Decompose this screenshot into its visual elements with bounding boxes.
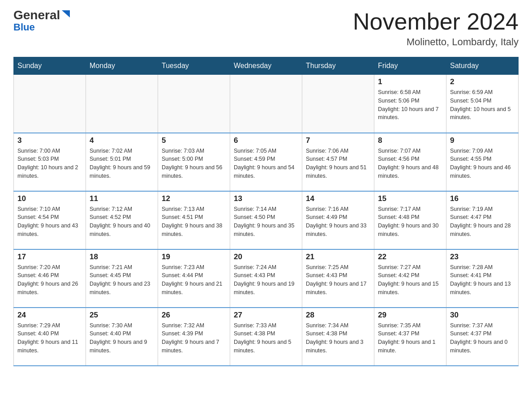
header-friday: Friday — [374, 57, 446, 75]
day-info: Sunrise: 7:27 AMSunset: 4:42 PMDaylight:… — [378, 263, 442, 297]
page-header: General Blue November 2024 Molinetto, Lo… — [13, 9, 519, 48]
calendar-cell: 11Sunrise: 7:12 AMSunset: 4:52 PMDayligh… — [86, 191, 158, 249]
day-number: 26 — [162, 311, 226, 320]
header-thursday: Thursday — [302, 57, 374, 75]
calendar-cell: 27Sunrise: 7:33 AMSunset: 4:38 PMDayligh… — [230, 308, 302, 366]
day-number: 21 — [306, 253, 370, 261]
calendar-cell: 4Sunrise: 7:02 AMSunset: 5:01 PMDaylight… — [86, 133, 158, 191]
location-title: Molinetto, Lombardy, Italy — [353, 36, 519, 48]
calendar-cell: 15Sunrise: 7:17 AMSunset: 4:48 PMDayligh… — [374, 191, 446, 249]
day-number: 17 — [17, 253, 82, 261]
day-info: Sunrise: 7:12 AMSunset: 4:52 PMDaylight:… — [90, 205, 154, 239]
calendar-cell: 28Sunrise: 7:34 AMSunset: 4:38 PMDayligh… — [302, 308, 374, 366]
calendar-cell: 9Sunrise: 7:09 AMSunset: 4:55 PMDaylight… — [446, 133, 519, 191]
day-info: Sunrise: 7:17 AMSunset: 4:48 PMDaylight:… — [378, 205, 442, 239]
calendar-cell: 29Sunrise: 7:35 AMSunset: 4:37 PMDayligh… — [374, 308, 446, 366]
header-monday: Monday — [86, 57, 158, 75]
day-info: Sunrise: 7:30 AMSunset: 4:40 PMDaylight:… — [90, 321, 154, 355]
calendar-cell: 18Sunrise: 7:21 AMSunset: 4:45 PMDayligh… — [86, 249, 158, 308]
day-info: Sunrise: 7:09 AMSunset: 4:55 PMDaylight:… — [450, 147, 515, 180]
day-info: Sunrise: 7:02 AMSunset: 5:01 PMDaylight:… — [90, 147, 154, 180]
calendar-cell: 26Sunrise: 7:32 AMSunset: 4:39 PMDayligh… — [158, 308, 230, 366]
logo-arrow-icon — [61, 9, 71, 19]
day-info: Sunrise: 7:37 AMSunset: 4:37 PMDaylight:… — [450, 321, 515, 355]
day-info: Sunrise: 6:59 AMSunset: 5:04 PMDaylight:… — [450, 88, 515, 122]
day-info: Sunrise: 7:05 AMSunset: 4:59 PMDaylight:… — [234, 147, 298, 180]
day-number: 29 — [378, 311, 442, 320]
day-info: Sunrise: 7:13 AMSunset: 4:51 PMDaylight:… — [162, 205, 226, 239]
day-number: 12 — [162, 194, 226, 203]
calendar-cell: 1Sunrise: 6:58 AMSunset: 5:06 PMDaylight… — [374, 75, 446, 133]
day-info: Sunrise: 7:35 AMSunset: 4:37 PMDaylight:… — [378, 321, 442, 355]
day-number: 4 — [90, 136, 154, 145]
day-info: Sunrise: 7:21 AMSunset: 4:45 PMDaylight:… — [90, 263, 154, 297]
day-number: 16 — [450, 194, 515, 203]
calendar-cell: 12Sunrise: 7:13 AMSunset: 4:51 PMDayligh… — [158, 191, 230, 249]
day-info: Sunrise: 7:06 AMSunset: 4:57 PMDaylight:… — [306, 147, 370, 180]
calendar-cell: 2Sunrise: 6:59 AMSunset: 5:04 PMDaylight… — [446, 75, 519, 133]
day-number: 27 — [234, 311, 298, 320]
day-number: 30 — [450, 311, 515, 320]
calendar-cell — [302, 75, 374, 133]
calendar-cell: 13Sunrise: 7:14 AMSunset: 4:50 PMDayligh… — [230, 191, 302, 249]
day-number: 13 — [234, 194, 298, 203]
logo-blue-text: Blue — [13, 21, 35, 33]
day-info: Sunrise: 7:20 AMSunset: 4:46 PMDaylight:… — [17, 263, 82, 297]
week-row-2: 3Sunrise: 7:00 AMSunset: 5:03 PMDaylight… — [14, 133, 519, 191]
calendar-cell: 6Sunrise: 7:05 AMSunset: 4:59 PMDaylight… — [230, 133, 302, 191]
header-tuesday: Tuesday — [158, 57, 230, 75]
day-info: Sunrise: 7:00 AMSunset: 5:03 PMDaylight:… — [17, 147, 82, 180]
calendar-cell: 24Sunrise: 7:29 AMSunset: 4:40 PMDayligh… — [14, 308, 86, 366]
week-row-3: 10Sunrise: 7:10 AMSunset: 4:54 PMDayligh… — [14, 191, 519, 249]
day-number: 25 — [90, 311, 154, 320]
day-number: 3 — [17, 136, 82, 145]
title-section: November 2024 Molinetto, Lombardy, Italy — [353, 9, 519, 48]
day-info: Sunrise: 7:07 AMSunset: 4:56 PMDaylight:… — [378, 147, 442, 180]
day-info: Sunrise: 7:29 AMSunset: 4:40 PMDaylight:… — [17, 321, 82, 355]
day-info: Sunrise: 7:10 AMSunset: 4:54 PMDaylight:… — [17, 205, 82, 239]
day-number: 24 — [17, 311, 82, 320]
day-number: 19 — [162, 253, 226, 261]
week-row-5: 24Sunrise: 7:29 AMSunset: 4:40 PMDayligh… — [14, 308, 519, 366]
day-info: Sunrise: 7:24 AMSunset: 4:43 PMDaylight:… — [234, 263, 298, 297]
calendar-cell — [158, 75, 230, 133]
calendar-cell — [14, 75, 86, 133]
header-wednesday: Wednesday — [230, 57, 302, 75]
calendar-cell: 22Sunrise: 7:27 AMSunset: 4:42 PMDayligh… — [374, 249, 446, 308]
day-number: 14 — [306, 194, 370, 203]
calendar-cell: 30Sunrise: 7:37 AMSunset: 4:37 PMDayligh… — [446, 308, 519, 366]
day-info: Sunrise: 7:25 AMSunset: 4:43 PMDaylight:… — [306, 263, 370, 297]
day-info: Sunrise: 7:23 AMSunset: 4:44 PMDaylight:… — [162, 263, 226, 297]
day-info: Sunrise: 7:33 AMSunset: 4:38 PMDaylight:… — [234, 321, 298, 355]
calendar-cell: 10Sunrise: 7:10 AMSunset: 4:54 PMDayligh… — [14, 191, 86, 249]
calendar-cell: 16Sunrise: 7:19 AMSunset: 4:47 PMDayligh… — [446, 191, 519, 249]
calendar-cell: 25Sunrise: 7:30 AMSunset: 4:40 PMDayligh… — [86, 308, 158, 366]
calendar-cell: 3Sunrise: 7:00 AMSunset: 5:03 PMDaylight… — [14, 133, 86, 191]
week-row-4: 17Sunrise: 7:20 AMSunset: 4:46 PMDayligh… — [14, 249, 519, 308]
day-info: Sunrise: 7:14 AMSunset: 4:50 PMDaylight:… — [234, 205, 298, 239]
month-title: November 2024 — [353, 9, 519, 34]
day-number: 23 — [450, 253, 515, 261]
calendar-cell: 14Sunrise: 7:16 AMSunset: 4:49 PMDayligh… — [302, 191, 374, 249]
logo-general-text: General — [13, 9, 60, 21]
day-number: 11 — [90, 194, 154, 203]
day-number: 2 — [450, 77, 515, 86]
day-number: 28 — [306, 311, 370, 320]
day-number: 1 — [378, 77, 442, 86]
day-info: Sunrise: 7:16 AMSunset: 4:49 PMDaylight:… — [306, 205, 370, 239]
day-number: 22 — [378, 253, 442, 261]
day-number: 6 — [234, 136, 298, 145]
calendar-cell — [86, 75, 158, 133]
week-row-1: 1Sunrise: 6:58 AMSunset: 5:06 PMDaylight… — [14, 75, 519, 133]
header-sunday: Sunday — [14, 57, 86, 75]
calendar-table: SundayMondayTuesdayWednesdayThursdayFrid… — [13, 57, 519, 366]
day-info: Sunrise: 7:34 AMSunset: 4:38 PMDaylight:… — [306, 321, 370, 355]
day-info: Sunrise: 7:28 AMSunset: 4:41 PMDaylight:… — [450, 263, 515, 297]
day-number: 15 — [378, 194, 442, 203]
day-number: 8 — [378, 136, 442, 145]
svg-marker-0 — [62, 10, 70, 17]
calendar-cell: 7Sunrise: 7:06 AMSunset: 4:57 PMDaylight… — [302, 133, 374, 191]
calendar-cell — [230, 75, 302, 133]
day-number: 18 — [90, 253, 154, 261]
day-number: 10 — [17, 194, 82, 203]
